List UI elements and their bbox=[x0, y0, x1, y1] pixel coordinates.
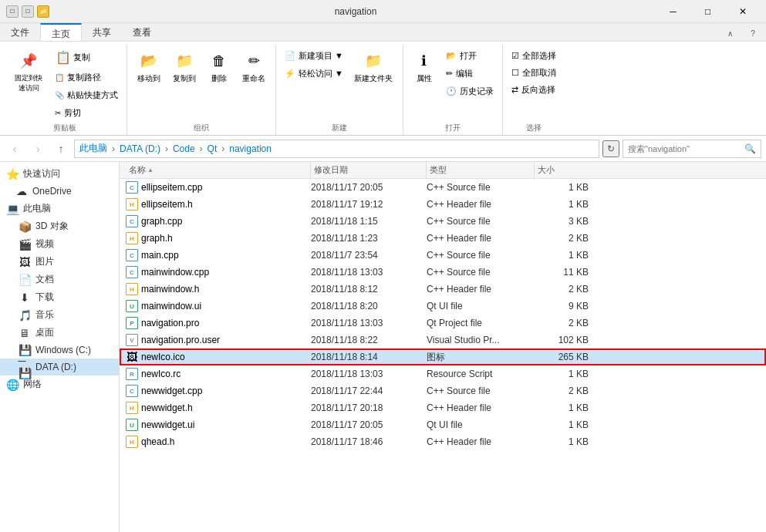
file-name-cell: H graph.h bbox=[126, 232, 311, 244]
address-path[interactable]: 此电脑 › DATA (D:) › Code › Qt › navigation bbox=[74, 140, 599, 158]
easy-access-button[interactable]: ⚡ 轻松访问 ▼ bbox=[281, 66, 347, 82]
paste-shortcut-button[interactable]: 📎 粘贴快捷方式 bbox=[51, 87, 122, 103]
file-row[interactable]: U mainwindow.ui 2018/11/18 8:20 Qt UI fi… bbox=[120, 298, 766, 315]
file-row[interactable]: C mainwindow.cpp 2018/11/18 13:03 C++ So… bbox=[120, 264, 766, 281]
forward-button[interactable]: › bbox=[28, 139, 48, 159]
file-date-cell: 2018/11/18 8:14 bbox=[311, 352, 427, 362]
sidebar-item-music[interactable]: 🎵 音乐 bbox=[0, 306, 119, 324]
file-row[interactable]: P navigation.pro 2018/11/18 13:03 Qt Pro… bbox=[120, 315, 766, 332]
minimize-button[interactable]: ─ bbox=[656, 0, 690, 23]
file-name: newwidget.h bbox=[141, 402, 193, 413]
cut-button[interactable]: ✂ 剪切 bbox=[51, 105, 122, 121]
col-header-date[interactable]: 修改日期 bbox=[311, 162, 427, 178]
file-name-cell: H qhead.h bbox=[126, 436, 311, 448]
file-row[interactable]: H qhead.h 2018/11/17 18:46 C++ Header fi… bbox=[120, 433, 766, 450]
sidebar-item-documents[interactable]: 📄 文档 bbox=[0, 271, 119, 288]
deselect-all-icon: ☐ bbox=[511, 68, 519, 78]
sidebar-item-pictures[interactable]: 🖼 图片 bbox=[0, 253, 119, 271]
new-folder-button[interactable]: 📁 新建文件夹 bbox=[349, 46, 398, 88]
invert-icon: ⇄ bbox=[511, 85, 518, 95]
tab-share[interactable]: 共享 bbox=[82, 23, 122, 41]
move-to-button[interactable]: 📂 移动到 bbox=[132, 46, 166, 88]
sort-arrow-name: ▲ bbox=[147, 167, 154, 173]
sidebar-item-data-d[interactable]: ─ 💾 DATA (D:) bbox=[0, 359, 119, 375]
new-item-button[interactable]: 📄 新建项目 ▼ bbox=[281, 48, 347, 64]
file-row[interactable]: C ellipseitem.cpp 2018/11/17 20:05 C++ S… bbox=[120, 179, 766, 196]
file-date-cell: 2018/11/18 8:20 bbox=[311, 301, 427, 311]
this-pc-label: 此电脑 bbox=[23, 202, 51, 215]
file-row[interactable]: U newwidget.ui 2018/11/17 20:05 Qt UI fi… bbox=[120, 416, 766, 433]
tab-file[interactable]: 文件 bbox=[0, 23, 40, 41]
sidebar-item-downloads[interactable]: ⬇ 下载 bbox=[0, 288, 119, 306]
sidebar-item-onedrive[interactable]: ☁ OneDrive bbox=[0, 183, 119, 200]
file-row[interactable]: H mainwindow.h 2018/11/18 8:12 C++ Heade… bbox=[120, 281, 766, 298]
path-qt[interactable]: Qt bbox=[208, 143, 218, 154]
sidebar-item-network[interactable]: 🌐 网络 bbox=[0, 375, 119, 393]
close-button[interactable]: ✕ bbox=[725, 0, 760, 23]
path-computer[interactable]: 此电脑 bbox=[79, 142, 107, 155]
file-type-cell: C++ Header file bbox=[427, 233, 535, 244]
deselect-all-button[interactable]: ☐ 全部取消 bbox=[508, 65, 560, 81]
ribbon-collapse-button[interactable]: ∧ bbox=[720, 23, 740, 43]
file-size-cell: 1 KB bbox=[535, 402, 589, 413]
file-row[interactable]: H ellipseitem.h 2018/11/17 19:12 C++ Hea… bbox=[120, 196, 766, 213]
file-name: newIco.ico bbox=[141, 352, 185, 362]
sidebar-item-this-pc[interactable]: 💻 此电脑 bbox=[0, 200, 119, 217]
delete-button[interactable]: 🗑 删除 bbox=[203, 46, 235, 88]
path-navigation[interactable]: navigation bbox=[229, 143, 272, 154]
edit-button[interactable]: ✏ 编辑 bbox=[442, 66, 498, 82]
file-row[interactable]: R newIco.rc 2018/11/18 13:03 Resource Sc… bbox=[120, 365, 766, 382]
delete-label: 删除 bbox=[211, 73, 227, 84]
history-button[interactable]: 🕐 历史记录 bbox=[442, 83, 498, 99]
copy-path-button[interactable]: 📋 复制路径 bbox=[51, 69, 122, 86]
tab-home[interactable]: 主页 bbox=[40, 23, 82, 41]
sidebar-item-desktop[interactable]: 🖥 桌面 bbox=[0, 324, 119, 342]
path-code[interactable]: Code bbox=[173, 143, 195, 154]
maximize-button[interactable]: □ bbox=[690, 0, 725, 23]
file-row[interactable]: 🖼 newIco.ico 2018/11/18 8:14 图标 265 KB bbox=[120, 348, 766, 365]
pictures-icon: 🖼 bbox=[19, 256, 31, 268]
cut-label: 剪切 bbox=[64, 107, 81, 119]
file-type-cell: Qt Project file bbox=[427, 318, 535, 328]
col-header-size[interactable]: 大小 bbox=[535, 162, 589, 178]
file-row[interactable]: C main.cpp 2018/11/7 23:54 C++ Source fi… bbox=[120, 247, 766, 264]
select-all-button[interactable]: ☑ 全部选择 bbox=[508, 48, 560, 64]
refresh-button[interactable]: ↻ bbox=[602, 140, 619, 157]
file-name: ellipseitem.cpp bbox=[141, 182, 202, 193]
col-header-name[interactable]: 名称 ▲ bbox=[126, 162, 311, 178]
file-row[interactable]: H graph.h 2018/11/18 1:23 C++ Header fil… bbox=[120, 230, 766, 247]
file-size-cell: 1 KB bbox=[535, 419, 589, 430]
file-row[interactable]: C graph.cpp 2018/11/18 1:15 C++ Source f… bbox=[120, 213, 766, 230]
sidebar-item-video[interactable]: 🎬 视频 bbox=[0, 235, 119, 253]
rename-button[interactable]: ✏ 重命名 bbox=[237, 46, 271, 88]
properties-button[interactable]: ℹ 属性 bbox=[408, 46, 440, 88]
open-button[interactable]: 📂 打开 bbox=[442, 48, 498, 64]
file-type-cell: C++ Header file bbox=[427, 402, 535, 413]
invert-select-button[interactable]: ⇄ 反向选择 bbox=[508, 82, 560, 98]
copy-to-button[interactable]: 📁 复制到 bbox=[167, 46, 201, 88]
copy-button[interactable]: 📋 复制 bbox=[51, 46, 122, 68]
file-row[interactable]: V navigation.pro.user 2018/11/18 8:22 Vi… bbox=[120, 332, 766, 348]
col-header-type[interactable]: 类型 bbox=[427, 162, 535, 178]
sidebar-item-3d-objects[interactable]: 📦 3D 对象 bbox=[0, 217, 119, 235]
file-date-cell: 2018/11/17 20:05 bbox=[311, 419, 427, 430]
select-all-label: 全部选择 bbox=[522, 50, 556, 62]
file-date-cell: 2018/11/18 8:22 bbox=[311, 335, 427, 345]
file-date-cell: 2018/11/17 20:05 bbox=[311, 182, 427, 193]
file-name: graph.cpp bbox=[141, 216, 182, 227]
help-button[interactable]: ? bbox=[743, 23, 763, 43]
up-button[interactable]: ↑ bbox=[51, 139, 71, 159]
file-name: mainwindow.h bbox=[141, 284, 199, 295]
history-label: 历史记录 bbox=[460, 86, 494, 97]
search-input[interactable] bbox=[628, 144, 741, 153]
file-row[interactable]: C newwidget.cpp 2018/11/17 22:44 C++ Sou… bbox=[120, 382, 766, 399]
pin-to-quick-access-button[interactable]: 📌 固定到快速访问 bbox=[8, 46, 49, 97]
file-type-icon: P bbox=[126, 317, 138, 329]
copy-label: 复制 bbox=[73, 52, 90, 63]
path-data-d[interactable]: DATA (D:) bbox=[120, 143, 160, 154]
file-row[interactable]: H newwidget.h 2018/11/17 20:18 C++ Heade… bbox=[120, 399, 766, 416]
tab-view[interactable]: 查看 bbox=[122, 23, 162, 41]
search-box[interactable]: 🔍 bbox=[623, 140, 761, 158]
back-button[interactable]: ‹ bbox=[5, 139, 25, 159]
sidebar-item-quick-access[interactable]: ⭐ 快速访问 bbox=[0, 165, 119, 183]
